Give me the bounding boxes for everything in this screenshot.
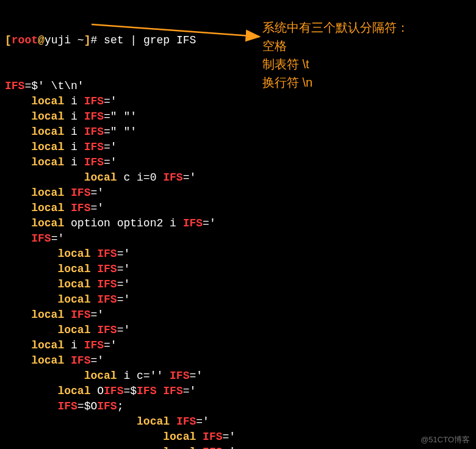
output-line: local IFS=': [5, 307, 471, 323]
ifs-token: IFS: [84, 156, 104, 168]
prompt-open: [: [5, 34, 12, 46]
text-token: [90, 293, 97, 306]
text-token: =': [117, 248, 131, 260]
ifs-token: IFS: [84, 126, 104, 138]
text-token: =': [104, 95, 117, 107]
text-token: [64, 354, 71, 367]
keyword-token: local: [163, 431, 196, 443]
keyword-token: local: [31, 339, 64, 351]
output-line: IFS=': [5, 231, 471, 246]
ifs-token: IFS: [183, 217, 203, 229]
text-token: =': [183, 385, 197, 397]
prompt-close: ]: [84, 34, 91, 46]
prompt-user: root: [12, 34, 38, 46]
ifs-token: IFS: [71, 354, 90, 367]
keyword-token: local: [163, 446, 196, 449]
text-token: =': [222, 431, 236, 443]
text-token: i: [64, 156, 84, 168]
keyword-token: local: [31, 202, 64, 214]
ifs-token: IFS: [71, 187, 90, 199]
text-token: [196, 446, 203, 449]
ifs-token: IFS: [84, 95, 104, 107]
text-token: i: [64, 110, 84, 123]
ifs-token: IFS: [203, 431, 222, 443]
ifs-token: IFS: [104, 385, 123, 397]
ifs-token: IFS: [31, 232, 51, 245]
keyword-token: local: [31, 141, 64, 153]
ifs-token: IFS: [137, 385, 156, 397]
command-text: set | grep IFS: [104, 34, 196, 46]
output-line: local IFS=': [5, 414, 471, 429]
prompt-path: ~: [71, 34, 84, 46]
text-token: =': [117, 278, 131, 290]
output-line: local i IFS=': [5, 155, 471, 170]
output-line: local i IFS=': [5, 338, 471, 353]
ifs-token: IFS: [84, 339, 104, 351]
keyword-token: local: [31, 156, 64, 168]
text-token: =': [90, 354, 104, 367]
text-token: =': [51, 232, 65, 245]
text-token: =': [222, 446, 236, 449]
output-line: local IFS=': [5, 277, 471, 292]
text-token: O: [90, 385, 104, 397]
keyword-token: local: [57, 385, 90, 397]
ifs-token: IFS: [97, 324, 117, 336]
output-line: local OIFS=$IFS IFS=': [5, 384, 471, 399]
text-token: =': [189, 370, 203, 382]
text-token: [196, 431, 203, 443]
output-line: local IFS=': [5, 185, 471, 201]
keyword-token: local: [57, 278, 90, 290]
text-token: =$: [123, 385, 137, 397]
text-token: =$' \t\n': [24, 80, 84, 92]
ifs-token: IFS: [176, 415, 196, 428]
text-token: [156, 385, 163, 397]
keyword-token: local: [84, 171, 117, 184]
output-lines: IFS=$' \t\n' local i IFS=' local i IFS="…: [5, 79, 471, 449]
text-token: i: [64, 95, 84, 107]
text-token: =': [196, 415, 209, 428]
text-token: =': [90, 202, 104, 214]
output-line: local IFS=': [5, 323, 471, 338]
ifs-token: IFS: [97, 293, 117, 306]
keyword-token: local: [31, 309, 64, 321]
annotation-text: 系统中有三个默认分隔符： 空格 制表符 \t 换行符 \n: [262, 18, 409, 92]
output-line: IFS=$OIFS;: [5, 399, 471, 414]
text-token: ;: [117, 400, 124, 412]
ifs-token: IFS: [71, 309, 90, 321]
output-line: local IFS=': [5, 246, 471, 262]
keyword-token: local: [31, 126, 64, 138]
text-token: [64, 187, 71, 199]
keyword-token: local: [57, 248, 90, 260]
output-line: local i IFS=" "': [5, 124, 471, 140]
keyword-token: local: [137, 415, 170, 428]
ifs-token: IFS: [57, 400, 77, 412]
ifs-token: IFS: [84, 141, 104, 153]
output-line: local IFS=': [5, 292, 471, 307]
ifs-token: IFS: [84, 110, 104, 123]
keyword-token: local: [31, 110, 64, 123]
text-token: =': [117, 293, 131, 306]
text-token: c i=0: [117, 171, 164, 184]
text-token: =': [90, 309, 104, 321]
text-token: =" "': [104, 126, 137, 138]
keyword-token: local: [84, 370, 117, 382]
ifs-token: IFS: [97, 400, 117, 412]
annotation-line: 系统中有三个默认分隔符：: [262, 18, 409, 37]
ifs-token: IFS: [5, 80, 24, 92]
ifs-token: IFS: [163, 385, 182, 397]
text-token: =': [183, 171, 197, 184]
text-token: i: [64, 126, 84, 138]
annotation-line: 制表符 \t: [262, 55, 409, 73]
text-token: =': [203, 217, 216, 229]
text-token: =" "': [104, 110, 137, 123]
text-token: =': [90, 187, 104, 199]
keyword-token: local: [31, 354, 64, 367]
text-token: =': [104, 156, 117, 168]
ifs-token: IFS: [97, 263, 117, 275]
output-line: local IFS=': [5, 262, 471, 277]
text-token: i: [64, 339, 84, 351]
prompt-hash: #: [90, 34, 104, 46]
keyword-token: local: [31, 95, 64, 107]
output-line: local c i=0 IFS=': [5, 170, 471, 185]
text-token: option option2 i: [64, 217, 182, 229]
